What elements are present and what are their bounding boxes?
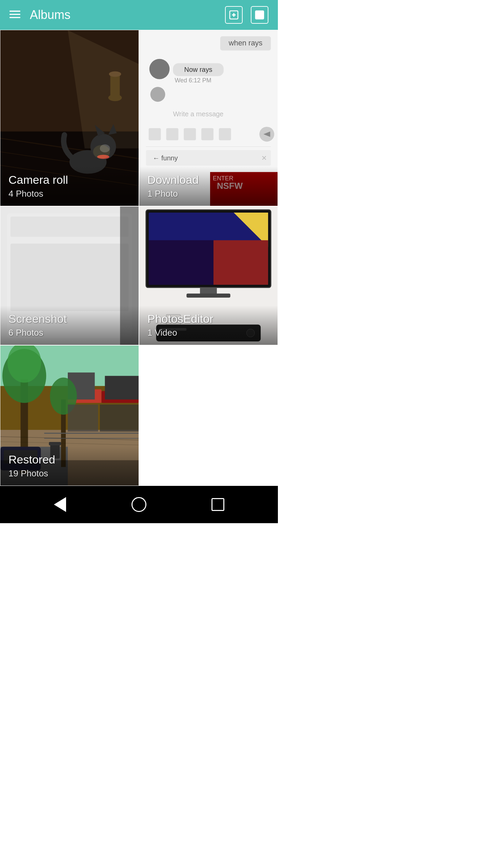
- camera-roll-name: Camera roll: [8, 173, 130, 186]
- download-label: Download 1 Photo: [139, 166, 278, 206]
- svg-rect-74: [105, 376, 139, 400]
- svg-text:✕: ✕: [261, 154, 267, 162]
- nav-recents-button[interactable]: [206, 493, 230, 516]
- nav-home-button[interactable]: [127, 493, 151, 516]
- restored-label: Restored 19 Photos: [0, 446, 139, 486]
- album-empty: [139, 345, 278, 486]
- svg-point-27: [149, 59, 170, 79]
- svg-rect-6: [256, 11, 264, 19]
- svg-rect-49: [11, 217, 128, 237]
- back-icon: [54, 497, 66, 512]
- camera-roll-label: Camera roll 4 Photos: [0, 166, 139, 206]
- svg-rect-36: [201, 128, 214, 140]
- photos-editor-count: 1 Video: [147, 328, 269, 338]
- svg-rect-0: [9, 11, 20, 12]
- page-title: Albums: [30, 8, 225, 22]
- svg-text:when rays: when rays: [228, 39, 263, 47]
- album-camera-roll[interactable]: Camera roll 4 Photos: [0, 30, 139, 206]
- nav-back-button[interactable]: [48, 493, 72, 516]
- recents-icon: [211, 498, 224, 511]
- svg-rect-58: [200, 288, 217, 294]
- svg-rect-50: [11, 243, 128, 311]
- select-button[interactable]: [251, 6, 268, 24]
- svg-rect-34: [166, 128, 178, 140]
- svg-point-20: [93, 145, 110, 159]
- svg-text:Wed 6:12 PM: Wed 6:12 PM: [175, 77, 211, 84]
- home-icon: [131, 497, 146, 512]
- svg-rect-37: [219, 128, 231, 140]
- svg-text:Write a message: Write a message: [173, 110, 223, 118]
- svg-rect-56: [149, 240, 216, 285]
- restored-count: 19 Photos: [8, 468, 130, 479]
- download-name: Download: [147, 173, 269, 186]
- svg-rect-33: [149, 128, 161, 140]
- svg-rect-59: [186, 294, 230, 298]
- album-photos-editor[interactable]: PhotosEditor 1 Video: [139, 206, 278, 345]
- download-count: 1 Photo: [147, 189, 269, 199]
- screenshot-name: Screenshot: [8, 312, 130, 326]
- svg-rect-57: [214, 240, 268, 285]
- svg-rect-87: [100, 405, 139, 432]
- screenshot-count: 6 Photos: [8, 328, 130, 338]
- svg-text:Now rays: Now rays: [184, 66, 212, 73]
- header-actions: [225, 6, 268, 24]
- album-restored[interactable]: Restored 19 Photos: [0, 345, 139, 486]
- photos-editor-name: PhotosEditor: [147, 312, 269, 326]
- restored-name: Restored: [8, 453, 130, 466]
- svg-rect-2: [9, 17, 20, 18]
- bottom-navigation: [0, 486, 278, 523]
- menu-icon[interactable]: [9, 9, 20, 21]
- svg-rect-1: [9, 14, 20, 15]
- album-screenshot[interactable]: Screenshot 6 Photos: [0, 206, 139, 345]
- album-download[interactable]: when rays Now rays Wed 6:12 PM Write a m…: [139, 30, 278, 206]
- app-header: Albums: [0, 0, 278, 30]
- albums-grid: Camera roll 4 Photos when rays Now rays …: [0, 30, 278, 486]
- svg-rect-83: [49, 442, 61, 446]
- add-album-button[interactable]: [225, 6, 243, 24]
- photos-editor-label: PhotosEditor 1 Video: [139, 305, 278, 345]
- camera-roll-count: 4 Photos: [8, 189, 130, 199]
- svg-rect-35: [184, 128, 196, 140]
- svg-point-23: [109, 72, 121, 77]
- svg-point-31: [150, 87, 165, 102]
- svg-rect-86: [68, 405, 98, 432]
- svg-rect-22: [110, 74, 120, 98]
- svg-text:← funny: ← funny: [153, 154, 178, 162]
- screenshot-label: Screenshot 6 Photos: [0, 305, 139, 345]
